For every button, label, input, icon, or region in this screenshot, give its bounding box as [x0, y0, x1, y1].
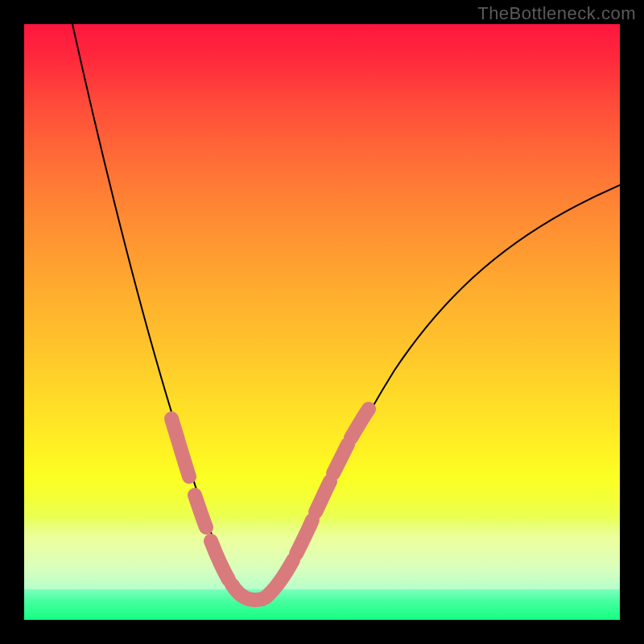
- highlight-seg-1: [171, 419, 189, 477]
- highlight-seg-8: [333, 444, 348, 473]
- highlight-seg-9: [351, 409, 369, 438]
- highlight-seg-2: [195, 495, 206, 527]
- highlight-seg-6: [296, 520, 312, 554]
- highlight-seg-4: [232, 584, 262, 600]
- plot-area: [24, 24, 620, 620]
- highlight-seg-7: [316, 481, 330, 512]
- watermark-text: TheBottleneck.com: [477, 3, 636, 24]
- highlight-seg-3: [211, 541, 229, 580]
- curve-svg: [24, 24, 620, 620]
- chart-frame: TheBottleneck.com: [0, 0, 644, 644]
- highlight-seg-5: [266, 560, 293, 597]
- bottleneck-curve: [72, 24, 620, 602]
